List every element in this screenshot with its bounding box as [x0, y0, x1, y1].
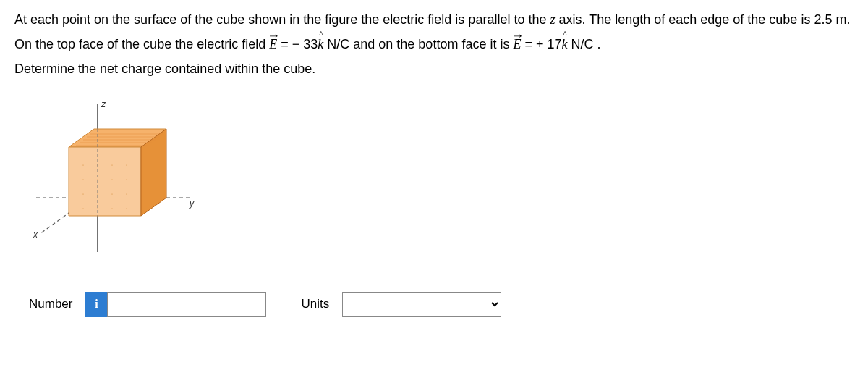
svg-marker-4	[69, 147, 141, 216]
svg-point-21	[111, 193, 112, 194]
nc-text-1: N/C and on the bottom face it is	[323, 37, 513, 51]
answer-row: Number i Units	[29, 292, 854, 317]
svg-point-17	[111, 179, 112, 180]
text-part2: axis. The length of each edge of the cub…	[555, 12, 814, 27]
svg-point-11	[82, 164, 83, 165]
z-axis-label: z	[101, 99, 106, 109]
text-part1: At each point on the surface of the cube…	[14, 12, 550, 27]
text-part4: Determine the net charge contained withi…	[14, 62, 315, 76]
nc-text-2: N/C .	[567, 37, 600, 51]
problem-statement: At each point on the surface of the cube…	[14, 7, 854, 82]
svg-point-18	[126, 179, 127, 180]
number-label: Number	[29, 297, 72, 311]
info-icon: i	[95, 298, 98, 311]
units-label: Units	[301, 297, 329, 311]
edge-length: 2.5 m	[814, 12, 846, 27]
e-vector-top: →E	[269, 32, 277, 56]
x-axis-label: x	[33, 230, 38, 240]
e-vector-bottom: →E	[513, 32, 521, 56]
svg-point-24	[97, 208, 98, 209]
top-field-value: − 33	[292, 37, 318, 51]
svg-point-25	[111, 208, 112, 209]
svg-point-14	[126, 164, 127, 165]
svg-point-15	[82, 179, 83, 180]
svg-point-13	[111, 164, 112, 165]
number-input[interactable]	[107, 292, 266, 317]
y-axis-label: y	[189, 198, 195, 209]
k-hat-2: ^k	[561, 32, 567, 56]
svg-point-20	[97, 193, 98, 194]
k-hat-1: ^k	[318, 32, 323, 56]
svg-point-26	[126, 208, 127, 209]
units-select[interactable]	[342, 292, 501, 317]
info-button[interactable]: i	[85, 292, 107, 317]
bottom-field-value: + 17	[536, 37, 562, 51]
svg-point-19	[82, 193, 83, 194]
svg-point-23	[82, 208, 83, 209]
cube-figure: z y x	[29, 96, 203, 263]
svg-point-22	[126, 193, 127, 194]
